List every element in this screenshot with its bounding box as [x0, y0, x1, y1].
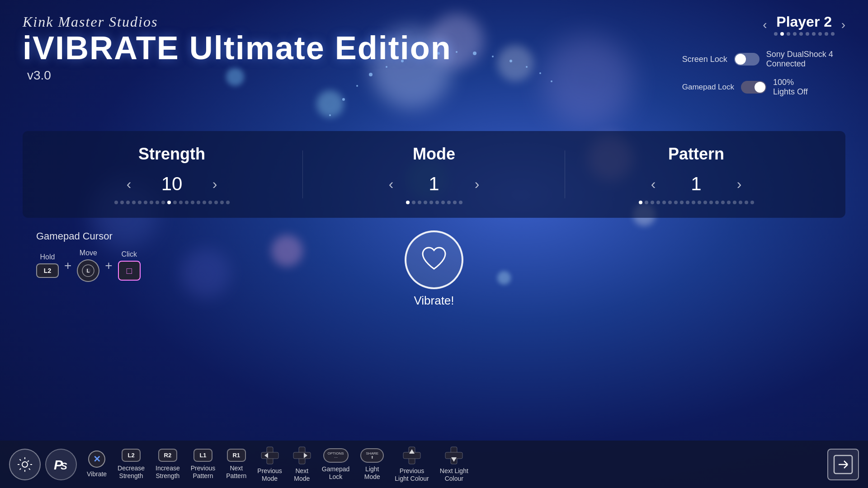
- dpad-left-icon: [261, 446, 279, 465]
- pattern-increase-button[interactable]: ›: [728, 173, 750, 195]
- control-panel: Strength ‹ 10 ›: [23, 131, 845, 218]
- bottom-controls-list: ✕ Vibrate L2 DecreaseStrength R2 Increas…: [81, 446, 827, 483]
- player-dot-1: [774, 32, 778, 36]
- gamepad-lock-thumb: [755, 82, 765, 93]
- studio-name: Kink Master Studios: [23, 14, 845, 30]
- gamepad-cursor-instructions: Gamepad Cursor Hold L2 + Move L + Clic: [36, 230, 141, 282]
- bottom-bar: P S ✕ Vibrate L2 DecreaseStrength R2 Inc…: [0, 441, 868, 488]
- cursor-instruction-row: Hold L2 + Move L + Click □: [36, 249, 141, 282]
- exit-button[interactable]: [827, 449, 859, 480]
- prev-player-button[interactable]: ‹: [763, 19, 767, 31]
- vibrate-button[interactable]: [405, 230, 463, 289]
- dpad-right-icon: [293, 446, 311, 465]
- exit-icon: [833, 455, 853, 474]
- strength-control-row: ‹ 10 ›: [41, 173, 303, 195]
- strength-value: 10: [154, 173, 190, 195]
- mode-increase-button[interactable]: ›: [466, 173, 488, 195]
- bottom-decrease-label: DecreaseStrength: [118, 465, 145, 480]
- strength-section: Strength ‹ 10 ›: [41, 145, 303, 204]
- bottom-ctrl-next-light: Next LightColour: [434, 446, 474, 483]
- player-dot-2: [780, 32, 784, 36]
- gamepad-cursor-title: Gamepad Cursor: [36, 230, 141, 242]
- svg-text:L: L: [87, 268, 90, 273]
- player-dot-4: [793, 32, 797, 36]
- heart-icon: [418, 244, 450, 276]
- pattern-dots: [639, 201, 754, 204]
- screen-lock-label: Screen Lock: [682, 55, 727, 64]
- screen-lock-toggle[interactable]: [734, 53, 760, 66]
- player-info: Player 2: [774, 14, 835, 36]
- bottom-ctrl-prev-mode: PreviousMode: [252, 446, 287, 483]
- mode-decrease-button[interactable]: ‹: [380, 173, 402, 195]
- player-dot-6: [806, 32, 809, 36]
- bottom-ctrl-next-pattern: R1 NextPattern: [221, 449, 252, 480]
- strength-title: Strength: [138, 145, 205, 164]
- analog-stick-icon: L: [81, 264, 95, 277]
- bottom-ctrl-prev-pattern: L1 PreviousPattern: [185, 449, 221, 480]
- cursor-hold-item: Hold L2: [36, 253, 59, 278]
- player-dot-5: [799, 32, 803, 36]
- player-navigation: ‹ Player 2 ›: [763, 14, 845, 36]
- bottom-prev-mode-label: PreviousMode: [257, 467, 282, 483]
- ps-logo-icon: P S: [52, 455, 71, 474]
- mode-title: Mode: [413, 145, 455, 164]
- bottom-next-light-label: Next LightColour: [440, 467, 468, 483]
- svg-text:S: S: [61, 460, 67, 472]
- svg-rect-22: [261, 452, 278, 459]
- screen-lock-row: Screen Lock Sony DualShock 4 Connected: [682, 50, 845, 69]
- cursor-move-item: Move L: [77, 249, 99, 282]
- strength-dots: [114, 201, 230, 204]
- svg-rect-25: [293, 452, 311, 459]
- settings-button[interactable]: [9, 449, 41, 480]
- bottom-next-mode-label: NextMode: [294, 467, 310, 483]
- playstation-logo[interactable]: P S: [45, 449, 77, 480]
- player-dots: [774, 32, 835, 36]
- cursor-move-label: Move: [80, 249, 97, 257]
- screen-lock-thumb: [735, 54, 746, 65]
- player-nav-area: ‹ Player 2 ›: [763, 14, 845, 36]
- bottom-ctrl-vibrate: ✕ Vibrate: [81, 450, 112, 478]
- bottom-gamepad-lock-label: GamepadLock: [322, 465, 349, 481]
- player-dot-8: [818, 32, 822, 36]
- options-button-icon: OPTIONS⋯: [323, 448, 349, 463]
- next-player-button[interactable]: ›: [841, 19, 845, 31]
- lock-controls: Screen Lock Sony DualShock 4 Connected G…: [682, 50, 845, 97]
- mode-control-row: ‹ 1 ›: [303, 173, 565, 195]
- bottom-ctrl-decrease: L2 DecreaseStrength: [112, 449, 150, 480]
- strength-increase-button[interactable]: ›: [203, 173, 226, 195]
- vibrate-area: Vibrate!: [405, 230, 463, 308]
- mode-dots: [406, 201, 462, 204]
- cursor-click-label: Click: [121, 250, 137, 258]
- bottom-ctrl-prev-light: PreviousLight Colour: [389, 446, 434, 483]
- r2-button-icon: R2: [158, 449, 177, 462]
- gear-icon: [17, 456, 33, 473]
- cursor-click-item: Click □: [118, 250, 141, 281]
- dpad-up-icon: [403, 446, 421, 465]
- bottom-next-pattern-label: NextPattern: [226, 465, 246, 480]
- bottom-prev-pattern-label: PreviousPattern: [191, 465, 215, 480]
- dpad-down-icon: [445, 446, 463, 465]
- bottom-ctrl-increase: R2 IncreaseStrength: [150, 449, 185, 480]
- strength-decrease-button[interactable]: ‹: [118, 173, 140, 195]
- r1-button-icon: R1: [227, 449, 246, 462]
- gamepad-lock-row: Gamepad Lock 100% Lights Off: [682, 78, 845, 97]
- player-label: Player 2: [774, 14, 835, 30]
- bottom-prev-light-label: PreviousLight Colour: [395, 467, 429, 483]
- cursor-l-badge: L: [77, 259, 99, 282]
- bottom-increase-label: IncreaseStrength: [156, 465, 180, 480]
- content: Kink Master Studios iVIBRATE Ultimate Ed…: [0, 0, 868, 488]
- gamepad-lock-label: Gamepad Lock: [682, 83, 734, 92]
- screen-lock-status: Sony DualShock 4 Connected: [766, 50, 839, 69]
- gamepad-lock-toggle[interactable]: [741, 81, 766, 94]
- player-dot-3: [787, 32, 790, 36]
- pattern-decrease-button[interactable]: ‹: [642, 173, 665, 195]
- gamepad-lock-status: 100% Lights Off: [773, 78, 845, 97]
- bottom-vibrate-label: Vibrate: [87, 470, 107, 478]
- bottom-light-mode-label: LightMode: [364, 465, 380, 481]
- l1-button-icon: L1: [193, 449, 212, 462]
- bottom-ctrl-next-mode: NextMode: [288, 446, 316, 483]
- mode-section: Mode ‹ 1 ›: [303, 145, 565, 204]
- l2-button-icon: L2: [122, 449, 141, 462]
- pattern-value: 1: [678, 173, 714, 195]
- player-dot-10: [831, 32, 835, 36]
